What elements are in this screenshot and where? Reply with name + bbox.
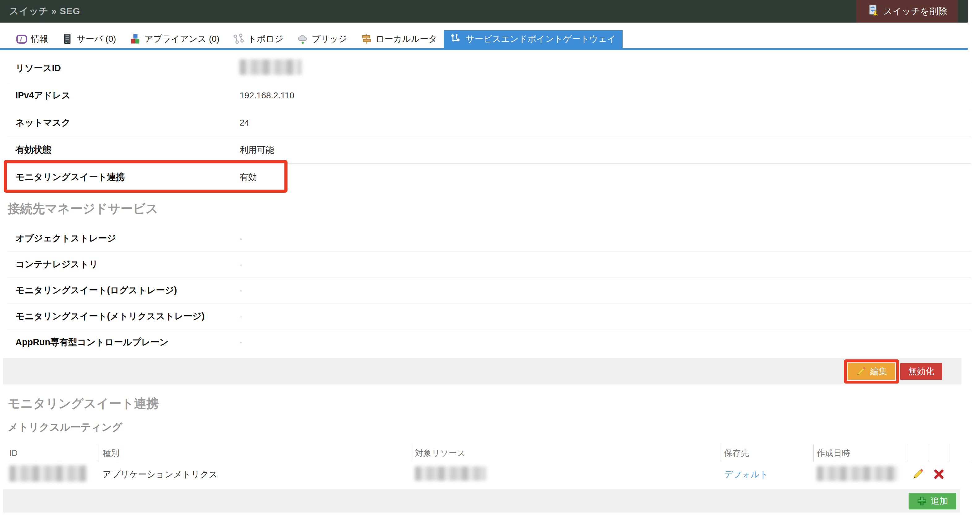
seg-info-table: リソースID IPv4アドレス 192.168.2.110 ネットマスク 24 …	[8, 55, 971, 191]
seg-icon	[451, 33, 462, 45]
info-row-enabled-state: 有効状態 利用可能	[8, 136, 971, 164]
tab-label: ブリッジ	[312, 33, 347, 45]
col-id: ID	[8, 444, 99, 462]
routing-type: アプリケーションメトリクス	[99, 469, 411, 480]
svg-text:i: i	[20, 36, 22, 43]
info-row-ipv4: IPv4アドレス 192.168.2.110	[8, 82, 971, 109]
row-value: 192.168.2.110	[240, 91, 294, 100]
row-value: -	[240, 234, 242, 244]
managed-services-heading: 接続先マネージドサービス	[8, 201, 980, 216]
col-created: 作成日時	[814, 444, 907, 462]
plus-icon	[916, 496, 927, 506]
topology-icon	[233, 33, 244, 45]
redacted-target-resource	[415, 466, 486, 481]
tab-label: サーバ (0)	[77, 33, 116, 45]
metrics-routing-action-bar: 追加	[3, 489, 960, 513]
seg-action-bar: 編集 無効化	[3, 358, 961, 384]
metrics-routing-table: ID 種別 対象リソース 保存先 作成日時 アプリケーションメトリクス デフォル…	[8, 444, 971, 487]
row-delete-button[interactable]	[932, 468, 946, 481]
switch-delete-icon	[867, 4, 879, 19]
metrics-table-header: ID 種別 対象リソース 保存先 作成日時	[8, 444, 971, 462]
row-value: -	[240, 285, 242, 295]
tab-appliances[interactable]: アプライアンス (0)	[123, 30, 226, 48]
info-icon: i	[16, 33, 27, 45]
server-icon	[62, 33, 73, 45]
tab-label: トポロジ	[248, 33, 283, 45]
row-label: リソースID	[8, 62, 240, 75]
info-row-resource-id: リソースID	[8, 55, 971, 82]
edit-button[interactable]: 編集	[848, 363, 895, 380]
tab-bar: i 情報 サーバ (0) アプライアンス (0) トポロジ ブリッジ	[0, 30, 967, 50]
redacted-resource-id	[240, 59, 301, 75]
row-label: コンテナレジストリ	[8, 258, 240, 271]
add-button[interactable]: 追加	[908, 493, 956, 509]
delete-switch-label: スイッチを削除	[883, 5, 947, 18]
row-label: モニタリングスイート(ログストレージ)	[8, 284, 240, 297]
edit-button-label: 編集	[870, 366, 887, 377]
row-value: 有効	[240, 171, 257, 183]
row-value: -	[240, 260, 242, 269]
tab-label: サービスエンドポイントゲートウェイ	[466, 33, 616, 45]
tab-label: ローカルルータ	[375, 33, 437, 45]
tab-local-router[interactable]: ローカルルータ	[354, 30, 444, 48]
svc-row-metrics-storage: モニタリングスイート(メトリクスストレージ) -	[8, 303, 971, 330]
row-label: ネットマスク	[8, 116, 240, 129]
row-value: -	[240, 338, 242, 347]
local-router-icon	[361, 33, 372, 45]
bridge-icon	[297, 33, 308, 45]
add-button-label: 追加	[931, 495, 948, 507]
col-destination: 保存先	[720, 444, 814, 462]
redacted-created-date	[817, 466, 898, 481]
topbar: スイッチ » SEG スイッチを削除	[0, 0, 967, 22]
row-label: モニタリングスイート(メトリクスストレージ)	[8, 310, 240, 323]
svc-row-apprun-control-plane: AppRun専有型コントロールプレーン -	[8, 330, 971, 355]
delete-switch-button[interactable]: スイッチを削除	[856, 0, 958, 22]
appliance-icon	[129, 33, 141, 45]
tab-label: アプライアンス (0)	[144, 33, 220, 45]
metrics-routing-subheading: メトリクスルーティング	[8, 421, 980, 433]
tab-service-endpoint-gateway[interactable]: サービスエンドポイントゲートウェイ	[444, 30, 623, 48]
row-value: 24	[240, 118, 249, 128]
disable-button-label: 無効化	[908, 366, 934, 377]
managed-services-table: オブジェクトストレージ - コンテナレジストリ - モニタリングスイート(ログス…	[8, 226, 971, 355]
pencil-icon	[912, 468, 924, 480]
row-label: AppRun専有型コントロールプレーン	[8, 336, 240, 349]
svc-row-log-storage: モニタリングスイート(ログストレージ) -	[8, 277, 971, 303]
metrics-table-row: アプリケーションメトリクス デフォルト	[8, 462, 971, 487]
info-row-netmask: ネットマスク 24	[8, 109, 971, 136]
redacted-routing-id	[9, 465, 87, 482]
pencil-icon	[856, 366, 866, 377]
breadcrumb[interactable]: スイッチ » SEG	[9, 5, 80, 18]
tab-topology[interactable]: トポロジ	[226, 30, 290, 48]
info-row-monitoring-suite: モニタリングスイート連携 有効	[8, 164, 971, 191]
row-value: 利用可能	[240, 144, 274, 156]
svc-row-object-storage: オブジェクトストレージ -	[8, 226, 971, 252]
col-delete	[928, 444, 950, 462]
monitoring-suite-heading: モニタリングスイート連携	[8, 396, 980, 411]
row-label: IPv4アドレス	[8, 89, 240, 102]
col-edit	[907, 444, 928, 462]
col-type: 種別	[99, 444, 411, 462]
svc-row-container-registry: コンテナレジストリ -	[8, 252, 971, 277]
disable-button[interactable]: 無効化	[900, 363, 942, 380]
destination-link[interactable]: デフォルト	[724, 470, 768, 479]
row-label: モニタリングスイート連携	[8, 171, 240, 183]
row-label: オブジェクトストレージ	[8, 232, 240, 245]
delete-x-icon	[933, 468, 945, 480]
tab-servers[interactable]: サーバ (0)	[55, 30, 123, 48]
row-value: -	[240, 312, 242, 322]
row-label: 有効状態	[8, 144, 240, 156]
row-edit-button[interactable]	[911, 468, 925, 481]
tab-bridge[interactable]: ブリッジ	[290, 30, 354, 48]
tab-label: 情報	[31, 33, 48, 45]
tab-info[interactable]: i 情報	[9, 30, 55, 48]
col-target: 対象リソース	[411, 444, 720, 462]
